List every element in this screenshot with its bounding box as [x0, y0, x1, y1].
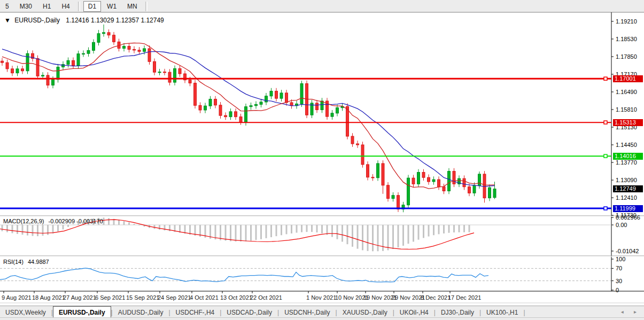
- date-axis-label: 4 Oct 2021: [190, 294, 219, 301]
- current-price-tag: 1.12749: [613, 185, 643, 192]
- date-axis-label: 13 Oct 2021: [220, 294, 252, 301]
- rsi-values: 44.9887: [25, 259, 49, 265]
- date-axis-label: 1 Nov 2021: [306, 294, 336, 301]
- price-axis-label: 1.18530: [616, 36, 637, 42]
- chart-ohlc-values: 1.12416 1.13029 1.12357 1.12749: [61, 17, 164, 24]
- price-axis-label: 1.15810: [616, 106, 637, 113]
- chart-tab-usdchf-h4[interactable]: USDCHF-,H4: [170, 307, 220, 318]
- price-axis-label: 1.13770: [616, 159, 637, 166]
- macd-axis-label: 0.00: [616, 222, 627, 228]
- rsi-name: RSI(14): [3, 259, 24, 265]
- macd-axis-label: -0.01042: [616, 248, 639, 254]
- price-axis-label: 1.16490: [616, 89, 637, 95]
- level-price-tag[interactable]: 1.17001: [613, 75, 643, 82]
- chart-tab-uk100-h1[interactable]: UK100-,H1: [481, 307, 523, 318]
- chart-tab-xauusd-daily[interactable]: XAUUSD-,Daily: [337, 307, 393, 318]
- date-axis-label: 15 Sep 2021: [126, 294, 159, 301]
- trading-terminal-window: 5M30H1H4D1W1MN ▼ EURUSD-,Daily 1.12416 1…: [0, 0, 644, 320]
- status-bar: [0, 317, 644, 320]
- chart-tab-audusd-daily[interactable]: AUDUSD-,Daily: [113, 307, 169, 318]
- rsi-axis-label: 30: [616, 278, 622, 284]
- price-axis-label: 1.14450: [616, 142, 637, 148]
- macd-name: MACD(12,26,9): [3, 218, 44, 224]
- chart-tab-dj30-daily[interactable]: DJ30-,Daily: [436, 307, 479, 318]
- chart-dropdown-icon[interactable]: ▼: [4, 17, 11, 24]
- chart-symbol-label: EURUSD-,Daily: [12, 17, 60, 24]
- chart-tab-usdx-weekly[interactable]: USDX,Weekly: [0, 307, 51, 318]
- date-axis-label: 24 Sep 2021: [158, 294, 191, 301]
- date-axis-label: 18 Aug 2021: [32, 294, 65, 301]
- date-axis-label: 8 Dec 2021: [421, 294, 451, 301]
- tab-separator: |: [523, 309, 525, 318]
- chart-tab-ukoil-h4[interactable]: UKOil-,H4: [394, 307, 434, 318]
- rsi-axis-label: 70: [616, 265, 622, 271]
- price-axis-label: 1.19210: [616, 18, 637, 25]
- price-axis-label: 1.12410: [616, 194, 637, 201]
- chart-tab-bar: USDX,Weekly|EURUSD-,Daily|AUDUSD-,Daily|…: [0, 306, 644, 318]
- date-axis-label: 27 Aug 2021: [63, 294, 96, 301]
- rsi-axis-label: 0: [616, 287, 619, 293]
- macd-values: -0.002909 -0.003170: [45, 218, 103, 224]
- macd-label: MACD(12,26,9) -0.002909 -0.003170: [3, 218, 103, 224]
- date-axis-label: 17 Dec 2021: [448, 294, 481, 301]
- chart-title: ▼ EURUSD-,Daily 1.12416 1.13029 1.12357 …: [4, 17, 164, 24]
- level-price-tag[interactable]: 1.15313: [613, 119, 643, 126]
- chart-canvas[interactable]: [0, 0, 644, 320]
- chart-tab-usdcad-daily[interactable]: USDCAD-,Daily: [221, 307, 277, 318]
- date-axis-label: 22 Oct 2021: [250, 294, 282, 301]
- macd-axis-label: 0.002966: [616, 214, 640, 221]
- date-axis-label: 6 Sep 2021: [95, 294, 125, 301]
- tabbar-scroll-arrows-icon[interactable]: ◂ ▸: [621, 309, 641, 315]
- level-price-tag[interactable]: 1.14016: [613, 153, 643, 160]
- rsi-label: RSI(14) 44.9887: [3, 259, 49, 265]
- level-price-tag[interactable]: 1.11999: [613, 205, 643, 212]
- rsi-axis-label: 100: [616, 256, 625, 262]
- chart-tab-eurusd-daily[interactable]: EURUSD-,Daily: [53, 306, 111, 318]
- price-axis-label: 1.13090: [616, 177, 637, 183]
- date-axis-label: 9 Aug 2021: [2, 294, 32, 301]
- chart-tab-usdcnh-daily[interactable]: USDCNH-,Daily: [279, 307, 335, 318]
- price-axis-label: 1.17850: [616, 53, 637, 60]
